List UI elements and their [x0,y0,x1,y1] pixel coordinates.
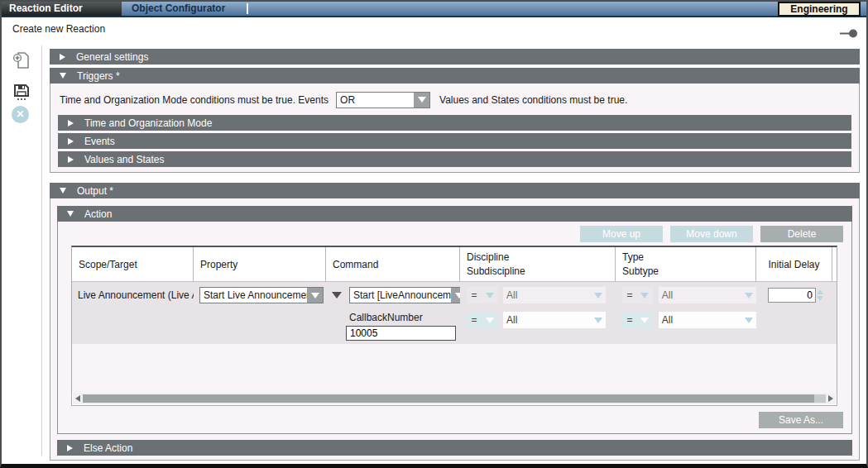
type-select[interactable]: All [659,287,756,303]
condition-text-after: Values and States conditions must be tru… [439,94,627,106]
chevron-right-icon [67,445,73,451]
initial-delay-input[interactable] [768,288,816,303]
engineering-mode-button[interactable]: Engineering [778,2,861,17]
col-initial-delay: Initial Delay [768,259,819,270]
tab-object-configurator[interactable]: Object Configurator [122,2,246,16]
move-down-button[interactable]: Move down [670,226,753,242]
discipline-value: All [503,289,590,301]
section-action-label: Action [84,208,112,220]
dropdown-arrow-icon [741,312,756,328]
section-else-action-label: Else Action [84,442,132,454]
output-panel: Action Move up Move down Delete Scope/Ta… [50,198,860,461]
chevron-down-icon [67,211,74,217]
spinner-down-icon [817,296,823,301]
col-discipline: Discipline [467,251,615,265]
condition-text-before: Time and Organization Mode conditions mu… [60,94,328,106]
section-general-settings[interactable]: General settings [50,49,860,64]
callback-number-input[interactable] [346,326,456,341]
dropdown-arrow-icon [451,288,460,303]
chevron-right-icon [60,54,65,60]
section-values-and-states-label: Values and States [84,154,165,165]
chevron-down-icon [60,188,66,193]
new-reaction-icon[interactable] [12,50,31,70]
triggers-panel: Time and Organization Mode conditions mu… [50,84,860,173]
col-command: Command [333,259,459,270]
command-select[interactable]: Start [LiveAnnounceme [349,287,460,303]
engineering-mode-label: Engineering [790,3,847,15]
subdiscipline-operator-select[interactable]: = [467,312,497,328]
col-property: Property [200,259,325,270]
dropdown-arrow-icon [307,288,323,303]
section-time-organization-mode[interactable]: Time and Organization Mode [58,115,851,131]
col-subdiscipline: Subdiscipline [467,265,615,279]
col-scope-target: Scope/Target [79,259,193,270]
table-header: Scope/Target Property Command Discipline… [72,247,837,282]
spinner-up-icon [817,289,823,294]
events-operator-select[interactable]: OR [336,92,430,108]
tab-object-configurator-label: Object Configurator [132,2,225,14]
dropdown-arrow-icon [482,287,497,303]
events-operator-value: OR [337,94,414,106]
tab-bar: Reaction Editor Object Configurator Engi… [2,2,866,17]
command-value: Start [LiveAnnounceme [350,289,451,301]
section-values-and-states[interactable]: Values and States [58,151,851,167]
delay-spinner[interactable] [817,289,823,301]
section-triggers[interactable]: Triggers * [50,68,860,84]
horizontal-scrollbar[interactable] [73,393,836,404]
save-as-row: Save As... [64,412,843,428]
dropdown-arrow-icon [590,287,606,303]
scroll-right-icon[interactable] [826,393,836,404]
subtype-select[interactable]: All [659,312,756,328]
discipline-operator-select[interactable]: = [467,287,497,303]
chevron-down-icon [60,73,66,79]
reaction-editor-window: Reaction Editor Object Configurator Engi… [0,0,868,468]
section-output[interactable]: Output * [50,183,860,198]
type-value: All [659,289,741,301]
subdiscipline-value: All [503,314,590,326]
section-else-action[interactable]: Else Action [57,440,852,456]
property-select[interactable]: Start Live Announcement [199,287,324,303]
action-toolbar: Move up Move down Delete [64,226,843,242]
tab-reaction-editor-label: Reaction Editor [9,2,83,14]
scrollbar-thumb[interactable] [83,394,814,403]
save-icon[interactable] [12,82,31,102]
dropdown-arrow-icon [637,287,653,303]
delete-button[interactable]: Delete [760,226,843,242]
property-value: Start Live Announcement [200,289,307,301]
type-operator-select[interactable]: = [622,287,653,303]
section-general-settings-label: General settings [76,51,148,63]
editor-content: General settings Triggers * Time and Org… [50,47,860,461]
tab-reaction-editor[interactable]: Reaction Editor [2,2,122,16]
subdiscipline-select[interactable]: All [503,312,606,328]
table-row: Live Announcement (Live Anno Start Live … [72,282,837,344]
section-action[interactable]: Action [57,206,852,222]
section-events-label: Events [84,136,115,147]
trigger-condition-row: Time and Organization Mode conditions mu… [60,91,851,108]
scroll-left-icon[interactable] [73,393,83,404]
page-title: Create new Reaction [12,22,105,36]
subtype-operator-value: = [622,314,637,326]
tab-separator [247,3,248,14]
section-events[interactable]: Events [58,133,851,149]
discipline-operator-value: = [467,289,482,301]
cancel-icon[interactable]: ✕ [12,106,29,123]
dropdown-arrow-icon [741,287,756,303]
chevron-right-icon [68,120,74,127]
pin-icon[interactable] [840,29,858,38]
subtype-value: All [659,314,741,326]
table-empty-area [72,344,837,393]
chevron-right-icon [68,156,74,163]
dropdown-arrow-icon [590,312,606,328]
dropdown-arrow-icon [414,93,429,107]
section-time-organization-mode-label: Time and Organization Mode [84,117,212,129]
col-subtype: Subtype [622,265,755,279]
discipline-select[interactable]: All [503,287,606,303]
type-operator-value: = [622,289,637,301]
section-output-label: Output * [77,185,113,197]
tabbar-underline [2,16,866,17]
scrollbar-track[interactable] [814,394,826,403]
subtype-operator-select[interactable]: = [622,312,653,328]
save-as-button[interactable]: Save As... [759,412,843,428]
expand-parameters-icon[interactable] [332,292,342,298]
move-up-button[interactable]: Move up [580,226,663,242]
